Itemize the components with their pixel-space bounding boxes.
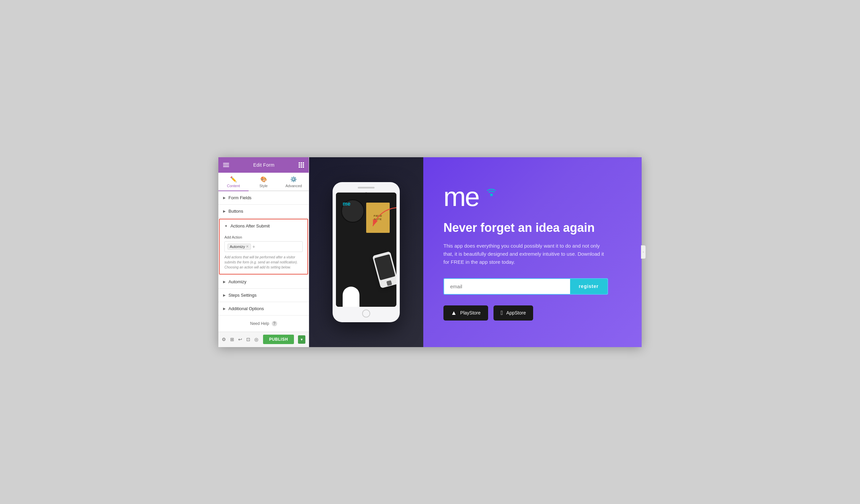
- tab-advanced[interactable]: ⚙️ Advanced: [278, 173, 309, 191]
- home-button: [362, 309, 370, 318]
- section-actions-after-submit: ▼ Actions After Submit Add Action Automi…: [219, 219, 308, 274]
- grid-icon[interactable]: ⊞: [230, 337, 234, 342]
- svg-point-1: [490, 193, 493, 196]
- undo-icon[interactable]: ↩: [238, 337, 242, 342]
- phone-logo-text: me: [343, 201, 350, 207]
- tab-content[interactable]: ✏️ Content: [218, 173, 248, 191]
- section-buttons: ▶ Buttons: [218, 205, 309, 218]
- buttons-label: Buttons: [228, 208, 243, 214]
- automizy-tag: Automizy ✕: [227, 244, 251, 250]
- form-fields-header[interactable]: ▶ Form Fields: [218, 191, 309, 204]
- gear-icon: ⚙️: [290, 176, 297, 183]
- panel-tabs: ✏️ Content 🎨 Style ⚙️ Advanced: [218, 173, 309, 191]
- automizy-label: Automizy: [228, 279, 246, 284]
- wifi-logo-icon: [485, 187, 498, 200]
- additional-header[interactable]: ▶ Additional Options: [218, 302, 309, 315]
- chevron-icon: ▶: [223, 280, 226, 284]
- collapse-handle[interactable]: ‹: [641, 245, 646, 259]
- tag-label: Automizy: [230, 245, 245, 249]
- main-container: Edit Form ✏️ Content 🎨 Style ⚙️ Advanced: [218, 157, 642, 347]
- steps-header[interactable]: ▶ Steps Settings: [218, 289, 309, 302]
- actions-label: Actions After Submit: [230, 224, 270, 229]
- eye-icon[interactable]: ◎: [254, 337, 258, 342]
- phone-notebook-prop: FIELD NOTE: [366, 203, 390, 233]
- buttons-header[interactable]: ▶ Buttons: [218, 205, 309, 218]
- tab-style[interactable]: 🎨 Style: [248, 173, 279, 191]
- right-side: FIELD NOTE me: [309, 157, 642, 347]
- left-panel: Edit Form ✏️ Content 🎨 Style ⚙️ Advanced: [218, 157, 309, 347]
- form-fields-label: Form Fields: [228, 195, 252, 200]
- hamburger-icon[interactable]: [223, 163, 229, 167]
- app-store-label: AppStore: [506, 310, 526, 316]
- play-store-button[interactable]: ▲ PlayStore: [443, 305, 488, 320]
- actions-header[interactable]: ▼ Actions After Submit: [220, 219, 307, 232]
- apple-icon: : [501, 309, 503, 317]
- phone-logo: me: [343, 201, 350, 207]
- add-action-label: Add Action: [225, 235, 303, 239]
- email-input[interactable]: [444, 279, 570, 294]
- steps-label: Steps Settings: [228, 293, 257, 298]
- grid-icon[interactable]: [299, 162, 304, 168]
- play-store-label: PlayStore: [460, 310, 481, 316]
- tab-advanced-label: Advanced: [286, 184, 302, 188]
- publish-button[interactable]: PUBLISH: [263, 335, 294, 344]
- section-additional-options: ▶ Additional Options: [218, 302, 309, 316]
- register-button[interactable]: register: [570, 279, 607, 294]
- need-help[interactable]: Need Help ?: [218, 316, 309, 332]
- register-form: register: [443, 278, 608, 295]
- pencil-icon: ✏️: [230, 176, 237, 183]
- notebook-text: FIELD NOTE: [374, 214, 382, 221]
- bottom-toolbar: ⚙ ⊞ ↩ ⊡ ◎ PUBLISH ▼: [218, 332, 309, 347]
- chevron-down-icon: ▼: [224, 224, 228, 228]
- palette-icon: 🎨: [260, 176, 267, 183]
- tag-add-icon[interactable]: +: [252, 244, 255, 249]
- panel-title: Edit Form: [253, 162, 274, 168]
- help-icon: ?: [272, 321, 277, 326]
- actions-description: Add actions that will be performed after…: [225, 255, 303, 270]
- tag-input-area[interactable]: Automizy ✕ +: [225, 241, 303, 252]
- chevron-icon: ▶: [223, 209, 226, 213]
- logo-me-text: me: [443, 182, 479, 212]
- phone-white-shape: [343, 287, 359, 307]
- panel-header: Edit Form: [218, 157, 309, 173]
- phone-area: FIELD NOTE me: [309, 157, 423, 347]
- publish-dropdown-arrow[interactable]: ▼: [298, 335, 305, 344]
- chevron-icon: ▶: [223, 293, 226, 297]
- preview-icon[interactable]: ⊡: [246, 337, 250, 342]
- section-automizy: ▶ Automizy: [218, 275, 309, 289]
- tab-content-label: Content: [227, 184, 240, 188]
- tab-style-label: Style: [259, 184, 268, 188]
- chevron-icon: ▶: [223, 307, 226, 311]
- phone-speaker: [358, 187, 375, 188]
- store-buttons: ▲ PlayStore  AppStore: [443, 305, 621, 320]
- chevron-icon: ▶: [223, 196, 226, 200]
- section-form-fields: ▶ Form Fields: [218, 191, 309, 205]
- app-logo: me: [443, 184, 621, 210]
- app-tagline: Never forget an idea again: [443, 220, 621, 235]
- app-description: This app does everything you could possi…: [443, 242, 605, 266]
- phone-screen: FIELD NOTE me: [336, 192, 397, 307]
- app-store-button[interactable]:  AppStore: [493, 305, 533, 320]
- need-help-label: Need Help: [250, 321, 269, 326]
- additional-label: Additional Options: [228, 306, 264, 311]
- play-store-icon: ▲: [451, 309, 457, 317]
- settings-icon[interactable]: ⚙: [222, 337, 226, 342]
- section-steps-settings: ▶ Steps Settings: [218, 289, 309, 302]
- automizy-header[interactable]: ▶ Automizy: [218, 275, 309, 288]
- tag-remove-icon[interactable]: ✕: [246, 245, 248, 248]
- actions-content: Add Action Automizy ✕ + Add actions that…: [220, 232, 307, 274]
- app-promo-section: me Never forget an idea again This app d…: [423, 157, 642, 347]
- phone-mockup: FIELD NOTE me: [333, 182, 400, 322]
